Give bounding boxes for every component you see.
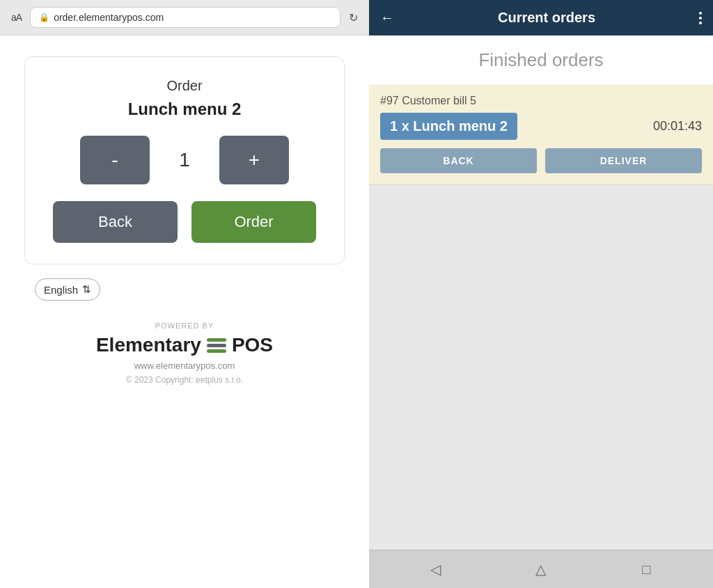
language-selector[interactable]: English ⇅ <box>35 278 100 301</box>
decrement-button[interactable]: - <box>80 136 150 184</box>
quantity-row: - 1 + <box>53 136 316 184</box>
increment-button[interactable]: + <box>219 136 289 184</box>
order-card: Order Lunch menu 2 - 1 + Back Order <box>24 56 345 264</box>
more-options-icon[interactable] <box>699 12 702 24</box>
nav-home-icon[interactable]: △ <box>527 559 555 580</box>
browser-panel: aA 🔒 order.elementarypos.com ↻ Order Lun… <box>0 0 369 588</box>
order-item-row: 1 x Lunch menu 2 00:01:43 <box>380 113 702 140</box>
app-nav-bar: ◁ △ □ <box>369 550 713 588</box>
app-header: ← Current orders <box>369 0 713 35</box>
order-item-card: #97 Customer bill 5 1 x Lunch menu 2 00:… <box>369 85 713 185</box>
lang-select-control[interactable]: English ⇅ <box>35 278 100 301</box>
font-size-control[interactable]: aA <box>11 12 22 23</box>
footer: POWERED BY Elementary POS www.elementary… <box>96 321 273 385</box>
brand-name-left: Elementary <box>96 334 201 356</box>
brand-icon <box>207 338 226 353</box>
nav-back-icon[interactable]: ◁ <box>422 559 450 580</box>
order-title: Lunch menu 2 <box>128 100 242 119</box>
section-title: Finished orders <box>369 35 713 85</box>
brand-copyright: © 2023 Copyright: eetplus s.r.o. <box>126 375 243 385</box>
brand-name-right: POS <box>232 334 273 356</box>
order-button[interactable]: Order <box>191 201 316 243</box>
brand-website: www.elementarypos.com <box>134 360 235 371</box>
browser-content: Order Lunch menu 2 - 1 + Back Order Engl… <box>0 35 369 588</box>
lock-icon: 🔒 <box>39 13 49 22</box>
app-content: Finished orders #97 Customer bill 5 1 x … <box>369 35 713 550</box>
reload-icon[interactable]: ↻ <box>349 11 358 24</box>
order-item-time: 00:01:43 <box>653 119 702 134</box>
language-label: English <box>44 284 78 296</box>
quantity-value: 1 <box>171 149 198 171</box>
action-row: Back Order <box>53 201 316 243</box>
back-button[interactable]: Back <box>53 201 178 243</box>
order-item-buttons: BACK DELIVER <box>380 148 702 173</box>
mobile-app-panel: ← Current orders Finished orders #97 Cus… <box>369 0 713 588</box>
url-text: order.elementarypos.com <box>54 12 164 23</box>
chevron-icon: ⇅ <box>82 283 91 296</box>
order-label: Order <box>166 78 202 94</box>
url-bar[interactable]: 🔒 order.elementarypos.com <box>30 7 340 28</box>
order-item-name: 1 x Lunch menu 2 <box>380 113 517 140</box>
powered-by-label: POWERED BY <box>155 321 214 330</box>
browser-toolbar: aA 🔒 order.elementarypos.com ↻ <box>0 0 369 35</box>
order-number: #97 Customer bill 5 <box>380 95 702 107</box>
nav-recents-icon[interactable]: □ <box>632 559 660 580</box>
item-deliver-button[interactable]: DELIVER <box>545 148 702 173</box>
app-header-title: Current orders <box>405 10 688 26</box>
item-back-button[interactable]: BACK <box>380 148 537 173</box>
app-back-icon[interactable]: ← <box>380 10 394 26</box>
brand-logo: Elementary POS <box>96 334 273 356</box>
